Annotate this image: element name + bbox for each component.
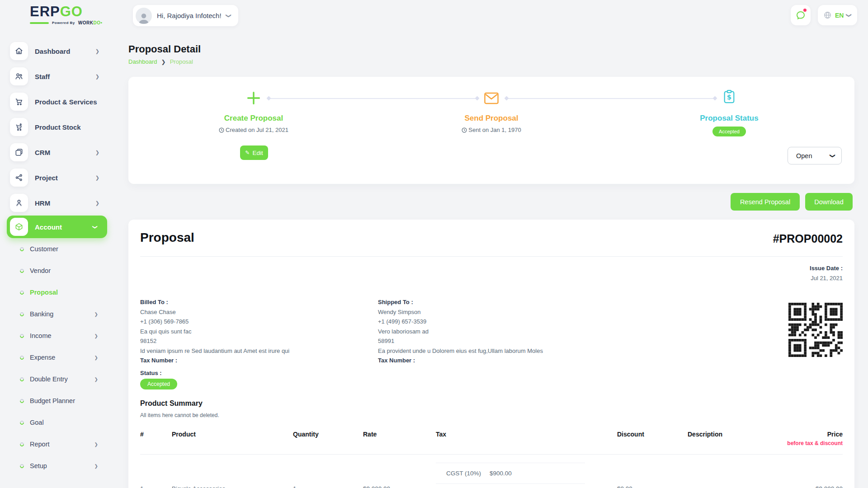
circle-bullet-icon xyxy=(19,333,25,339)
created-date: Created on Jul 21, 2021 xyxy=(181,127,326,133)
step-status-badge-wrap: Accepted xyxy=(657,127,802,136)
proposal-heading: Proposal xyxy=(140,230,194,245)
sidebar-item-label: HRM xyxy=(35,199,50,207)
sidebar-item-product-stock[interactable]: Product Stock xyxy=(0,114,113,140)
sidebar-subitem-report[interactable]: Report ❯ xyxy=(0,433,113,455)
circle-bullet-icon xyxy=(19,268,25,274)
language-selector[interactable]: EN ❯ xyxy=(818,5,857,25)
sidebar-item-account[interactable]: Account ❯ xyxy=(7,216,107,238)
status-badge: Accepted xyxy=(712,127,746,136)
chevron-right-icon: ❯ xyxy=(95,74,99,80)
cart-icon xyxy=(10,93,28,111)
users-icon xyxy=(10,67,28,85)
divider xyxy=(140,256,843,257)
cube-icon xyxy=(10,218,28,236)
chevron-right-icon: ❯ xyxy=(94,377,98,382)
breadcrumb: Dashboard ❯ Proposal xyxy=(128,58,193,65)
chevron-down-icon: ❯ xyxy=(92,225,98,229)
resend-proposal-button[interactable]: Resend Proposal xyxy=(731,193,800,211)
circle-bullet-icon xyxy=(19,355,25,361)
chevron-right-icon: ❯ xyxy=(95,175,99,181)
proposal-detail-card: Proposal #PROP00002 Issue Date : Jul 21,… xyxy=(128,220,854,488)
user-greeting: Hi, Rajodiya Infotech! xyxy=(157,12,222,19)
breadcrumb-current: Proposal xyxy=(170,58,193,65)
status-badge: Accepted xyxy=(140,379,177,389)
pencil-icon: ✎ xyxy=(245,150,250,156)
messenger-button[interactable] xyxy=(791,5,811,25)
step-send-title: Send Proposal xyxy=(424,114,559,123)
sidebar-subitem-vendor[interactable]: Vendor xyxy=(0,260,113,282)
step-status-title: Proposal Status xyxy=(661,114,797,123)
product-summary-note: All items here cannot be deleted. xyxy=(140,412,219,418)
user-menu[interactable]: Hi, Rajodiya Infotech! ❯ xyxy=(133,5,238,26)
sidebar-subitem-budget-planner[interactable]: Budget Planner xyxy=(0,390,113,412)
chevron-right-icon: ❯ xyxy=(95,200,99,206)
product-summary-title: Product Summary xyxy=(140,399,203,408)
invoice-icon: $ xyxy=(723,89,736,104)
sidebar-item-label: Staff xyxy=(35,73,50,80)
globe-icon xyxy=(823,11,832,19)
sidebar-item-label: CRM xyxy=(35,149,50,156)
issue-date-label: Issue Date : xyxy=(810,265,843,272)
share-nodes-icon xyxy=(10,169,28,187)
proposal-status-label: Status : xyxy=(140,370,162,376)
circle-bullet-icon xyxy=(19,441,25,447)
sidebar-subitem-income[interactable]: Income ❯ xyxy=(0,325,113,347)
sidebar-item-label: Product Stock xyxy=(35,123,81,131)
download-button[interactable]: Download xyxy=(805,193,853,211)
circle-bullet-icon xyxy=(19,376,25,382)
step-connector xyxy=(506,98,715,99)
sidebar-subitem-setup[interactable]: Setup ❯ xyxy=(0,455,113,477)
chevron-right-icon: ❯ xyxy=(94,355,98,360)
sidebar-item-product-services[interactable]: Product & Services xyxy=(0,89,113,114)
sidebar-subitem-double-entry[interactable]: Double Entry ❯ xyxy=(0,368,113,390)
chevron-right-icon: ❯ xyxy=(94,312,98,317)
sidebar-item-hrm[interactable]: HRM ❯ xyxy=(0,190,113,216)
logo-tagline: Powered By WORKDO• xyxy=(30,20,102,25)
sent-date: Sent on Jan 1, 1970 xyxy=(419,127,564,133)
sidebar-item-label: Account xyxy=(35,223,62,231)
edit-button[interactable]: ✎ Edit xyxy=(240,145,268,160)
frames-icon xyxy=(10,143,28,161)
avatar xyxy=(136,8,152,24)
cart-plus-icon xyxy=(10,118,28,136)
breadcrumb-dashboard-link[interactable]: Dashboard xyxy=(128,58,157,65)
status-select[interactable]: Open ❯ xyxy=(788,147,842,164)
step-create-title: Create Proposal xyxy=(186,114,321,123)
circle-bullet-icon xyxy=(19,290,25,296)
circle-bullet-icon xyxy=(19,463,25,469)
step-connector xyxy=(269,98,477,99)
chevron-right-icon: ❯ xyxy=(94,333,98,338)
sidebar-item-crm[interactable]: CRM ❯ xyxy=(0,140,113,165)
chevron-down-icon: ❯ xyxy=(226,13,232,18)
sidebar-subitem-expense[interactable]: Expense ❯ xyxy=(0,347,113,368)
logo-underline xyxy=(30,22,49,24)
proposal-number: #PROP00002 xyxy=(773,232,843,245)
sidebar-item-staff[interactable]: Staff ❯ xyxy=(0,64,113,89)
chevron-right-icon: ❯ xyxy=(94,464,98,469)
language-code: EN xyxy=(835,12,844,19)
sidebar-item-label: Project xyxy=(35,174,58,182)
chevron-down-icon: ❯ xyxy=(830,153,836,158)
sidebar-subitem-proposal[interactable]: Proposal xyxy=(0,282,113,303)
sidebar: Dashboard ❯ Staff ❯ Product & Services P… xyxy=(0,38,113,488)
sidebar-subitem-customer[interactable]: Customer xyxy=(0,238,113,260)
shipped-to-block: Shipped To : Wendy Simpson +1 (499) 657-… xyxy=(378,297,543,366)
envelope-icon xyxy=(484,92,499,104)
svg-text:$: $ xyxy=(727,93,731,101)
qr-code xyxy=(788,303,843,357)
proposal-steps-card: $ Create Proposal Send Proposal Proposal… xyxy=(128,77,854,184)
sidebar-item-dashboard[interactable]: Dashboard ❯ xyxy=(0,38,113,64)
sidebar-subitem-goal[interactable]: Goal xyxy=(0,412,113,433)
chevron-right-icon: ❯ xyxy=(94,442,98,447)
plus-icon xyxy=(245,90,262,106)
app-logo[interactable]: ERPGO Powered By WORKDO• xyxy=(30,5,102,25)
chevron-right-icon: ❯ xyxy=(95,150,99,155)
sidebar-item-project[interactable]: Project ❯ xyxy=(0,165,113,190)
circle-bullet-icon xyxy=(19,398,25,404)
sidebar-subitem-banking[interactable]: Banking ❯ xyxy=(0,303,113,325)
table-header-row: # Product Quantity Rate Tax Discount Des… xyxy=(140,425,843,455)
logo-text: ERPGO xyxy=(30,5,102,19)
circle-bullet-icon xyxy=(19,311,25,317)
chevron-down-icon: ❯ xyxy=(846,13,852,17)
